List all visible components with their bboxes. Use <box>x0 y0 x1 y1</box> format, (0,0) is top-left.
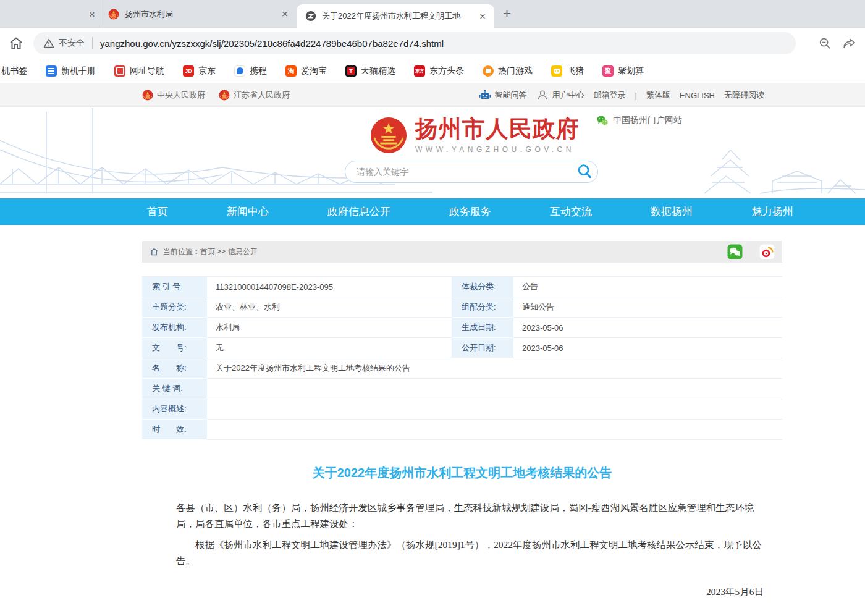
bookmark-jd[interactable]: JD 京东 <box>183 65 216 77</box>
bookmark-navsite[interactable]: 网址导航 <box>114 65 164 77</box>
meta-label: 组配分类: <box>452 297 513 318</box>
bookmark-mobile[interactable]: 机书签 <box>1 65 27 77</box>
bookmark-label: 机书签 <box>1 65 27 77</box>
juhuasuan-icon: 聚 <box>602 65 614 77</box>
bookmark-label: 新机手册 <box>61 65 96 77</box>
meta-label: 索 引 号: <box>142 277 207 297</box>
ctrip-icon <box>234 65 245 77</box>
bookmark-toutiao[interactable]: 东方 东方头条 <box>414 65 464 77</box>
url-field[interactable]: 不安全 yangzhou.gov.cn/yzszxxgk/slj/202305/… <box>33 32 796 54</box>
util-label: 用户中心 <box>552 90 584 101</box>
bookmark-games[interactable]: 热门游戏 <box>483 65 533 77</box>
portal-label: 中国扬州门户网站 <box>613 115 682 126</box>
zoom-out-icon[interactable] <box>818 36 832 50</box>
bookmark-manual[interactable]: 新机手册 <box>46 65 96 77</box>
site-logo[interactable]: 扬州市人民政府 WWW.YANGZHOU.GOV.CN <box>369 116 580 154</box>
meta-label: 生成日期: <box>452 318 513 338</box>
util-label: 繁体版 <box>646 90 670 101</box>
divider <box>92 37 93 49</box>
meta-value: 11321000014407098E-2023-095 <box>207 277 452 297</box>
nav-data[interactable]: 数据扬州 <box>647 198 696 225</box>
mail-login-link[interactable]: 邮箱登录 <box>594 90 626 101</box>
bookmark-ctrip[interactable]: 携程 <box>234 65 267 77</box>
table-row: 关 键 词: <box>142 379 782 399</box>
nav-news[interactable]: 新闻中心 <box>223 198 272 225</box>
site-url: WWW.YANGZHOU.GOV.CN <box>415 145 580 154</box>
util-label: 智能问答 <box>495 90 527 101</box>
search-input[interactable] <box>357 167 575 177</box>
bookmarks-bar: 机书签 新机手册 网址导航 JD 京东 携程 淘 爱淘宝 T 天猫精选 东方 东… <box>0 59 865 83</box>
bookmark-tmall[interactable]: T 天猫精选 <box>345 65 395 77</box>
search-icon <box>576 163 593 179</box>
article-date: 2023年5月6日 <box>176 584 764 600</box>
bookmark-taobao[interactable]: 淘 爱淘宝 <box>285 65 327 77</box>
table-row: 文 号: 无 公开日期: 2023-05-06 <box>142 338 782 358</box>
bookmark-label: 东方头条 <box>429 65 464 77</box>
meta-label: 体裁分类: <box>452 277 513 297</box>
bookmark-label: 飞猪 <box>567 65 584 77</box>
meta-label: 发布机构: <box>142 318 207 338</box>
share-icon[interactable] <box>843 36 856 50</box>
gov-emblem-favicon <box>108 9 119 20</box>
site-favicon <box>305 11 316 22</box>
breadcrumb-text[interactable]: 当前位置：首页 >> 信息公开 <box>163 247 258 257</box>
meta-label: 关 键 词: <box>142 379 207 399</box>
utility-links: 智能问答 用户中心 邮箱登录 | 繁体版 ENGLISH 无障碍阅读 <box>479 83 764 107</box>
nav-services[interactable]: 政务服务 <box>445 198 495 225</box>
meta-value: 农业、林业、水利 <box>207 297 452 318</box>
close-tab-icon[interactable]: × <box>85 7 99 21</box>
traditional-chinese-link[interactable]: 繁体版 <box>646 90 670 101</box>
user-center-link[interactable]: 用户中心 <box>536 89 584 101</box>
home-icon[interactable] <box>9 36 23 51</box>
browser-tab-active[interactable]: 关于2022年度扬州市水利工程文明工地 × <box>297 4 494 28</box>
meta-label: 内容概述: <box>142 399 207 420</box>
url-text[interactable]: yangzhou.gov.cn/yzszxxgk/slj/202305/210c… <box>100 38 444 49</box>
link-central-gov[interactable]: 中央人民政府 <box>142 90 205 101</box>
new-tab-button[interactable]: + <box>503 6 511 22</box>
share-icons <box>727 244 775 259</box>
browser-tab-water-bureau[interactable]: 扬州市水利局 × <box>99 0 297 28</box>
table-row: 时 效: <box>142 420 782 440</box>
bookmark-juhuasuan[interactable]: 聚 聚划算 <box>602 65 644 77</box>
close-tab-icon[interactable]: × <box>476 9 489 23</box>
fliggy-icon <box>551 65 562 77</box>
page-content: 当前位置：首页 >> 信息公开 索 引 号: 11321000014407098… <box>142 241 782 616</box>
nav-home[interactable]: 首页 <box>143 198 172 225</box>
nav-charm[interactable]: 魅力扬州 <box>748 198 797 225</box>
close-tab-icon[interactable]: × <box>278 7 292 21</box>
search-button[interactable] <box>575 162 594 181</box>
portal-link[interactable]: 中国扬州门户网站 <box>596 114 682 127</box>
nav-interaction[interactable]: 互动交流 <box>546 198 596 225</box>
bookmark-fliggy[interactable]: 飞猪 <box>551 65 584 77</box>
weibo-share-icon[interactable] <box>759 244 775 259</box>
tab-title: 扬州市水利局 <box>125 9 278 20</box>
bookmark-label: 携程 <box>250 65 267 77</box>
article-body: 各县（市、区）水利（务）局，扬州经济开发区城乡事务管理局，生态科技新城规划建设局… <box>142 500 782 616</box>
national-emblem-icon <box>369 116 408 154</box>
article-paragraph: 各县（市、区）水利（务）局，扬州经济开发区城乡事务管理局，生态科技新城规划建设局… <box>176 500 764 532</box>
document-meta-table: 索 引 号: 11321000014407098E-2023-095 体裁分类:… <box>142 276 782 440</box>
not-secure-warning-icon[interactable] <box>43 38 54 49</box>
search-box <box>345 161 598 183</box>
english-link[interactable]: ENGLISH <box>680 91 715 100</box>
util-label: ENGLISH <box>680 91 715 100</box>
link-jiangsu-gov[interactable]: 江苏省人民政府 <box>219 90 290 101</box>
person-icon <box>536 89 549 101</box>
address-bar: 不安全 yangzhou.gov.cn/yzszxxgk/slj/202305/… <box>0 28 865 59</box>
breadcrumb: 当前位置：首页 >> 信息公开 <box>142 241 782 263</box>
wechat-share-icon[interactable] <box>727 244 743 259</box>
accessibility-link[interactable]: 无障碍阅读 <box>724 90 764 101</box>
home-icon[interactable] <box>150 247 159 256</box>
meta-label: 名 称: <box>142 358 207 379</box>
main-nav: 首页 新闻中心 政府信息公开 政务服务 互动交流 数据扬州 魅力扬州 <box>0 198 865 225</box>
meta-value: 公告 <box>513 277 782 297</box>
meta-label: 时 效: <box>142 420 207 440</box>
meta-value <box>207 399 782 420</box>
table-row: 发布机构: 水利局 生成日期: 2023-05-06 <box>142 318 782 338</box>
meta-value <box>207 379 782 399</box>
wechat-icon <box>596 114 609 127</box>
bookmark-label: 天猫精选 <box>361 65 395 77</box>
smart-qa-link[interactable]: 智能问答 <box>479 89 527 101</box>
nav-info-disclosure[interactable]: 政府信息公开 <box>324 198 394 225</box>
manual-icon <box>46 65 57 77</box>
